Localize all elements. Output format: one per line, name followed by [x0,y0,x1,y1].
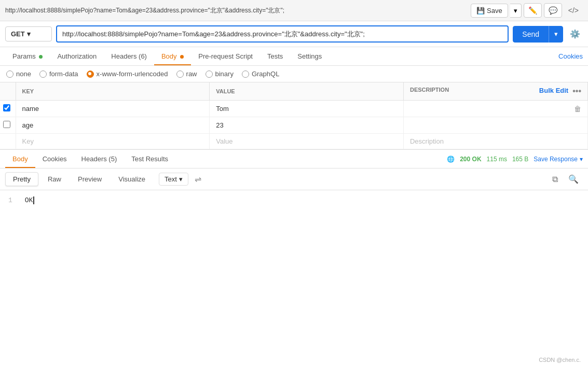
tab-params-label: Params [12,52,36,60]
search-button[interactable]: 🔍 [564,172,583,187]
row2-value-value: 23 [216,121,223,129]
row2-handle [0,117,16,134]
subtab-raw-label: Raw [48,175,61,183]
tab-prerequest[interactable]: Pre-request Script [191,47,260,65]
send-group: Send ▾ [513,26,563,43]
row2-checkbox[interactable] [3,121,10,128]
tab-params[interactable]: Params [5,47,50,65]
edit-button[interactable]: ✏️ [524,3,542,18]
globe-icon: 🌐 [447,156,455,163]
globe-button[interactable]: ⚙️ [567,26,583,41]
row1-delete-icon[interactable]: 🗑 [574,105,581,113]
comment-button[interactable]: 💬 [544,3,562,18]
format-caret: ▾ [179,175,183,183]
params-dot [39,55,43,59]
option-form-data[interactable]: form-data [39,70,78,78]
table-row: age 23 [0,117,588,134]
tab-body-label: Body [161,52,177,60]
resp-tab-body[interactable]: Body [5,150,35,168]
tab-headers[interactable]: Headers (6) [104,47,154,65]
tab-body[interactable]: Body [154,47,191,65]
cookies-link[interactable]: Cookies [558,47,583,65]
url-bar: GET ▾ Send ▾ ⚙️ [0,21,588,47]
option-graphql[interactable]: GraphQL [242,70,279,78]
tab-settings-label: Settings [297,52,322,60]
none-radio [6,71,13,78]
tab-headers-label: Headers (6) [111,52,147,60]
option-binary[interactable]: binary [206,70,234,78]
row1-value[interactable]: Tom [210,101,404,117]
graphql-radio [242,71,249,78]
url-input[interactable] [57,26,508,41]
tab-settings[interactable]: Settings [290,47,329,65]
code-button[interactable]: </> [564,4,583,17]
none-label: none [16,70,31,78]
newrow-key[interactable]: Key [16,134,210,149]
format-select[interactable]: Text ▾ [159,173,188,186]
send-button[interactable]: Send [513,26,549,43]
tab-authorization[interactable]: Authorization [50,47,104,65]
row2-key-value: age [22,121,34,129]
subtab-raw[interactable]: Raw [40,173,69,186]
row2-key[interactable]: age [16,117,210,134]
newrow-description[interactable]: Description [403,134,587,149]
save-button[interactable]: 💾 Save [471,4,508,18]
wrap-icon: ⇌ [195,175,201,184]
row1-description[interactable]: 🗑 [403,101,587,117]
wrap-button[interactable]: ⇌ [190,172,206,186]
copy-icon: ⧉ [552,175,558,184]
resp-tab-headers-label: Headers (5) [81,155,117,163]
response-subtabs: Pretty Raw Preview Visualize Text ▾ ⇌ ⧉ … [0,169,588,190]
subtab-visualize[interactable]: Visualize [111,173,153,186]
top-bar: http://localhost:8888/simplePojo?name=To… [0,0,588,21]
response-code-area: 1 OK [0,190,588,210]
response-area: Body Cookies Headers (5) Test Results 🌐 … [0,150,588,210]
row1-checkbox[interactable] [3,104,10,111]
more-options-icon[interactable]: ••• [572,87,581,96]
binary-radio [206,71,213,78]
resp-tab-headers[interactable]: Headers (5) [74,150,125,168]
raw-radio [176,71,184,78]
url-input-container [56,25,509,43]
row2-value[interactable]: 23 [210,117,404,134]
form-data-radio [39,71,47,78]
subtab-visualize-label: Visualize [118,175,145,183]
top-bar-actions: 💾 Save ▾ ✏️ 💬 </> [471,3,583,18]
body-table: KEY VALUE DESCRIPTION ••• Bulk Edit [0,82,588,149]
body-table-container: KEY VALUE DESCRIPTION ••• Bulk Edit [0,82,588,150]
newrow-desc-placeholder: Description [410,137,444,145]
response-code: OK [25,196,33,204]
newrow-key-placeholder: Key [22,137,34,145]
subtab-preview-label: Preview [78,175,102,183]
tab-authorization-label: Authorization [57,52,97,60]
caret-icon: ▾ [514,7,517,15]
newrow-value-placeholder: Value [216,137,233,145]
option-raw[interactable]: raw [176,70,197,78]
comment-icon: 💬 [549,6,557,15]
value-header: VALUE [216,88,235,94]
row1-handle [0,101,16,117]
resp-tab-body-label: Body [12,155,28,163]
newrow-handle [0,134,16,149]
bulk-edit-button[interactable]: Bulk Edit [539,87,568,94]
save-caret-button[interactable]: ▾ [510,4,522,18]
urlencoded-label: x-www-form-urlencoded [97,70,168,78]
tab-tests[interactable]: Tests [260,47,290,65]
resp-tab-cookies[interactable]: Cookies [35,150,74,168]
newrow-value[interactable]: Value [210,134,404,149]
option-none[interactable]: none [6,70,31,78]
option-urlencoded[interactable]: x-www-form-urlencoded [87,70,168,78]
method-label: GET [11,30,25,38]
method-select[interactable]: GET ▾ [5,26,52,41]
row1-key[interactable]: name [16,101,210,117]
cursor [33,196,34,204]
save-response-button[interactable]: Save Response ▾ [534,156,583,163]
resp-tab-cookies-label: Cookies [43,155,67,163]
send-caret-button[interactable]: ▾ [549,26,563,43]
response-actions: ⧉ 🔍 [548,172,583,187]
subtab-pretty[interactable]: Pretty [5,172,38,186]
subtab-preview[interactable]: Preview [71,173,109,186]
resp-tab-test-results[interactable]: Test Results [124,150,175,168]
tab-prerequest-label: Pre-request Script [198,52,253,60]
copy-button[interactable]: ⧉ [548,172,562,187]
